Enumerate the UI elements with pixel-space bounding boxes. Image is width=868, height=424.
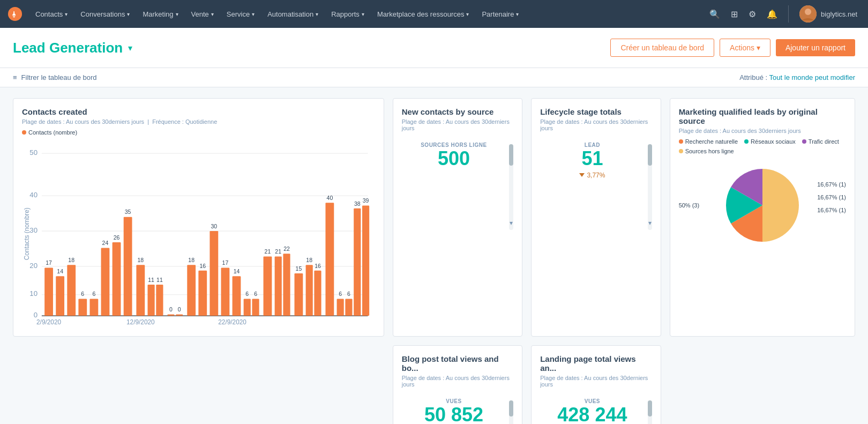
card-title: Marketing qualified leads by original so…	[679, 107, 846, 125]
svg-text:17: 17	[46, 259, 52, 266]
card-subtitle: Plage de dates : Au cours des 30derniers…	[402, 375, 513, 388]
user-menu[interactable]: biglytics.net	[795, 3, 862, 25]
filter-icon: ≡	[13, 73, 17, 81]
card-subtitle: Plage de dates : Au cours des 30derniers…	[679, 128, 846, 134]
svg-rect-71	[345, 299, 352, 316]
svg-text:6: 6	[245, 291, 249, 297]
svg-rect-75	[362, 206, 369, 316]
legend-item: Sources hors ligne	[679, 148, 734, 154]
svg-text:16: 16	[199, 263, 206, 269]
svg-text:22: 22	[283, 246, 290, 252]
nav-icon-group: 🔍 ⊞ ⚙ 🔔	[705, 6, 782, 23]
title-dropdown-icon[interactable]: ▾	[128, 43, 132, 53]
svg-rect-43	[198, 271, 207, 316]
add-report-button[interactable]: Ajouter un rapport	[776, 39, 855, 56]
svg-text:Contacts (nombre): Contacts (nombre)	[23, 207, 31, 260]
svg-text:18: 18	[188, 257, 194, 263]
svg-text:18: 18	[68, 257, 74, 263]
svg-rect-25	[101, 248, 110, 316]
metric-value: 428 244	[540, 404, 644, 424]
pie-chart	[717, 160, 808, 251]
svg-text:35: 35	[125, 209, 131, 215]
svg-rect-59	[283, 254, 290, 316]
svg-rect-37	[167, 314, 174, 316]
attribution-link[interactable]: Tout le monde peut modifier	[769, 73, 855, 81]
trend-down-icon	[579, 173, 585, 177]
legend-item: Trafic direct	[802, 138, 839, 145]
svg-text:20: 20	[29, 262, 38, 270]
svg-text:14: 14	[57, 268, 63, 274]
svg-text:0: 0	[169, 306, 173, 313]
svg-rect-33	[148, 285, 155, 316]
actions-button[interactable]: Actions ▾	[720, 39, 770, 57]
svg-text:30: 30	[29, 226, 38, 234]
nav-partenaire[interactable]: Partenaire ▾	[476, 7, 524, 21]
svg-rect-67	[325, 203, 334, 316]
metric-value: 50 852	[402, 404, 506, 424]
svg-text:12/9/2020: 12/9/2020	[126, 318, 155, 326]
filter-button[interactable]: ≡ Filtrer le tableau de bord	[13, 73, 97, 81]
nav-contacts[interactable]: Contacts ▾	[30, 7, 73, 21]
svg-text:10: 10	[29, 289, 38, 297]
attribution-info: Attribué : Tout le monde peut modifier	[739, 73, 855, 81]
svg-rect-53	[252, 299, 259, 316]
nav-vente[interactable]: Vente ▾	[186, 7, 219, 21]
create-dashboard-button[interactable]: Créer un tableau de bord	[610, 39, 714, 57]
landing-views-card: Landing page total views an... Plage de …	[531, 345, 661, 424]
card-title: Blog post total views and bo...	[402, 354, 513, 373]
nav-marketplace[interactable]: Marketplace des ressources ▾	[372, 7, 475, 21]
svg-text:6: 6	[92, 291, 95, 297]
metric-label: VUES	[540, 398, 644, 404]
nav-automatisation[interactable]: Automatisation ▾	[262, 7, 324, 21]
svg-text:30: 30	[211, 223, 217, 229]
svg-text:0: 0	[34, 311, 38, 319]
nav-conversations[interactable]: Conversations ▾	[75, 7, 135, 21]
svg-rect-65	[314, 271, 321, 316]
nav-marketing[interactable]: Marketing ▾	[137, 7, 183, 21]
svg-text:40: 40	[29, 191, 38, 199]
svg-text:17: 17	[222, 259, 229, 266]
settings-icon[interactable]: ⚙	[744, 6, 760, 23]
chevron-down-icon: ▾	[252, 11, 255, 17]
page-title-wrap: Lead Generation ▾	[13, 40, 132, 56]
actions-chevron-icon: ▾	[757, 43, 760, 52]
legend-contacts: Contacts (nombre)	[22, 129, 77, 136]
chevron-down-icon: ▾	[362, 11, 364, 17]
page-header: Lead Generation ▾ Créer un tableau de bo…	[0, 28, 868, 68]
header-actions: Créer un tableau de bord Actions ▾ Ajout…	[610, 39, 855, 57]
svg-text:2/9/2020: 2/9/2020	[36, 318, 62, 326]
legend-dot	[679, 149, 683, 153]
svg-text:24: 24	[102, 240, 109, 246]
card-subtitle: Plage de dates : Au cours des 30derniers…	[402, 118, 513, 131]
metric-value: 500	[402, 148, 506, 169]
main-content: Contacts created Plage de dates : Au cou…	[0, 87, 868, 424]
legend-item: Recherche naturelle	[679, 138, 738, 145]
search-icon[interactable]: 🔍	[705, 6, 724, 23]
mql-card: Marketing qualified leads by original so…	[670, 98, 855, 337]
svg-rect-57	[275, 256, 282, 316]
svg-text:22/9/2020: 22/9/2020	[218, 318, 246, 326]
hubspot-logo[interactable]	[6, 5, 24, 23]
svg-text:50: 50	[29, 148, 38, 157]
notification-icon[interactable]: 🔔	[762, 6, 782, 23]
svg-text:21: 21	[275, 248, 281, 255]
page-title: Lead Generation	[13, 40, 123, 56]
svg-rect-35	[156, 285, 163, 316]
chevron-down-icon: ▾	[466, 11, 469, 17]
svg-rect-49	[233, 276, 241, 316]
svg-text:39: 39	[363, 197, 369, 204]
nav-service[interactable]: Service ▾	[221, 7, 260, 21]
svg-rect-61	[295, 273, 303, 316]
svg-rect-17	[56, 276, 64, 316]
nav-rapports[interactable]: Rapports ▾	[326, 7, 370, 21]
svg-text:6: 6	[339, 291, 342, 297]
svg-rect-69	[337, 299, 344, 316]
svg-text:26: 26	[114, 234, 120, 241]
new-contacts-card: New contacts by source Plage de dates : …	[393, 98, 522, 337]
legend-dot	[679, 139, 683, 144]
chevron-down-icon: ▾	[176, 11, 178, 17]
legend-item: Réseaux sociaux	[744, 138, 796, 145]
card-title: Contacts created	[22, 107, 375, 116]
card-title: New contacts by source	[402, 107, 513, 116]
grid-icon[interactable]: ⊞	[727, 6, 742, 23]
